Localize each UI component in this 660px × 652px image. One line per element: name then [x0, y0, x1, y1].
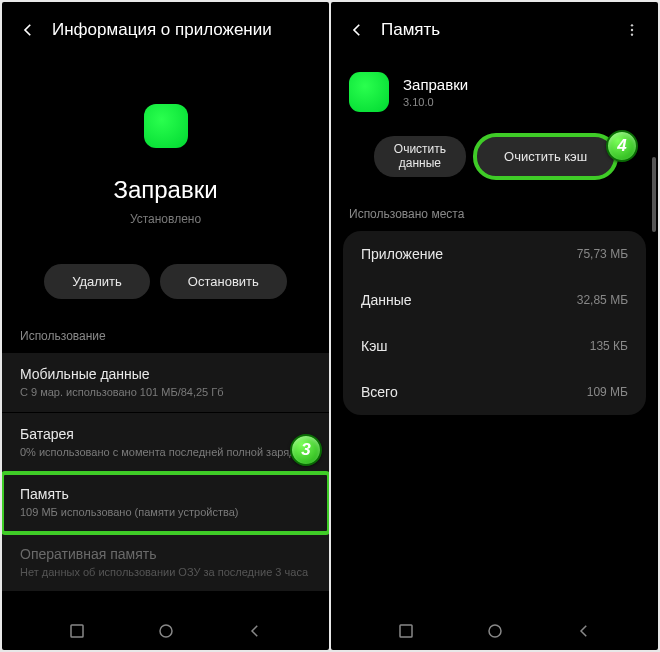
list-item-title: Батарея	[20, 426, 311, 442]
app-hero: Заправки Установлено	[2, 54, 329, 246]
storage-value: 109 МБ	[587, 385, 628, 399]
nav-recents-icon[interactable]	[395, 620, 417, 642]
more-icon[interactable]	[622, 20, 642, 40]
app-summary-row: Заправки 3.10.0	[331, 54, 658, 122]
system-nav-bar	[2, 610, 329, 650]
header: Память	[331, 2, 658, 54]
app-name: Заправки	[113, 176, 217, 204]
screen-storage: Память Заправки 3.10.0 Очистить данные О…	[331, 2, 658, 650]
step-badge-4: 4	[606, 130, 638, 162]
storage-key: Кэш	[361, 338, 388, 354]
list-item-mobile-data[interactable]: Мобильные данные С 9 мар. использовано 1…	[2, 353, 329, 413]
list-item-subtitle: С 9 мар. использовано 101 МБ/84,25 Гб	[20, 385, 311, 400]
svg-point-4	[631, 33, 633, 35]
app-icon	[349, 72, 389, 112]
storage-row-cache: Кэш 135 КБ	[343, 323, 646, 369]
app-name: Заправки	[403, 76, 468, 93]
clear-button-row: Очистить данные Очистить кэш	[331, 122, 658, 199]
storage-key: Данные	[361, 292, 412, 308]
svg-point-6	[489, 625, 501, 637]
clear-data-button[interactable]: Очистить данные	[374, 136, 466, 177]
storage-row-app: Приложение 75,73 МБ	[343, 231, 646, 277]
list-item-ram[interactable]: Оперативная память Нет данных об использ…	[2, 533, 329, 592]
app-icon	[144, 104, 188, 148]
scrollbar[interactable]	[652, 157, 656, 232]
storage-breakdown-list: Приложение 75,73 МБ Данные 32,85 МБ Кэш …	[343, 231, 646, 415]
list-item-title: Оперативная память	[20, 546, 311, 562]
page-title: Информация о приложении	[52, 20, 272, 40]
storage-value: 75,73 МБ	[577, 247, 628, 261]
nav-back-icon[interactable]	[244, 620, 266, 642]
storage-key: Приложение	[361, 246, 443, 262]
nav-home-icon[interactable]	[155, 620, 177, 642]
list-item-battery[interactable]: Батарея 0% использовано с момента послед…	[2, 413, 329, 473]
list-item-subtitle: 0% использовано с момента последней полн…	[20, 445, 311, 460]
list-item-subtitle: Нет данных об использовании ОЗУ за после…	[20, 565, 311, 580]
storage-row-total: Всего 109 МБ	[343, 369, 646, 415]
nav-home-icon[interactable]	[484, 620, 506, 642]
list-item-subtitle: 109 МБ использовано (памяти устройства)	[20, 505, 311, 520]
back-icon[interactable]	[18, 20, 38, 40]
storage-key: Всего	[361, 384, 398, 400]
usage-list: Мобильные данные С 9 мар. использовано 1…	[2, 353, 329, 591]
clear-cache-button[interactable]: Очистить кэш	[476, 136, 615, 177]
action-button-row: Удалить Остановить	[2, 246, 329, 321]
svg-rect-5	[400, 625, 412, 637]
force-stop-button[interactable]: Остановить	[160, 264, 287, 299]
header: Информация о приложении	[2, 2, 329, 54]
list-item-storage[interactable]: Память 109 МБ использовано (памяти устро…	[2, 473, 329, 533]
svg-point-1	[160, 625, 172, 637]
uninstall-button[interactable]: Удалить	[44, 264, 150, 299]
button-label: Очистить данные	[394, 142, 446, 171]
page-title: Память	[381, 20, 440, 40]
storage-row-data: Данные 32,85 МБ	[343, 277, 646, 323]
system-nav-bar	[331, 610, 658, 650]
list-item-title: Мобильные данные	[20, 366, 311, 382]
app-version: 3.10.0	[403, 96, 468, 108]
screen-app-info: Информация о приложении Заправки Установ…	[2, 2, 329, 650]
step-badge-3: 3	[290, 434, 322, 466]
storage-value: 32,85 МБ	[577, 293, 628, 307]
svg-point-2	[631, 24, 633, 26]
back-icon[interactable]	[347, 20, 367, 40]
svg-point-3	[631, 29, 633, 31]
app-install-status: Установлено	[130, 212, 201, 226]
section-label-usage: Использование	[2, 321, 329, 353]
nav-recents-icon[interactable]	[66, 620, 88, 642]
storage-value: 135 КБ	[590, 339, 628, 353]
section-label-space: Использовано места	[331, 199, 658, 231]
list-item-title: Память	[20, 486, 311, 502]
nav-back-icon[interactable]	[573, 620, 595, 642]
svg-rect-0	[71, 625, 83, 637]
